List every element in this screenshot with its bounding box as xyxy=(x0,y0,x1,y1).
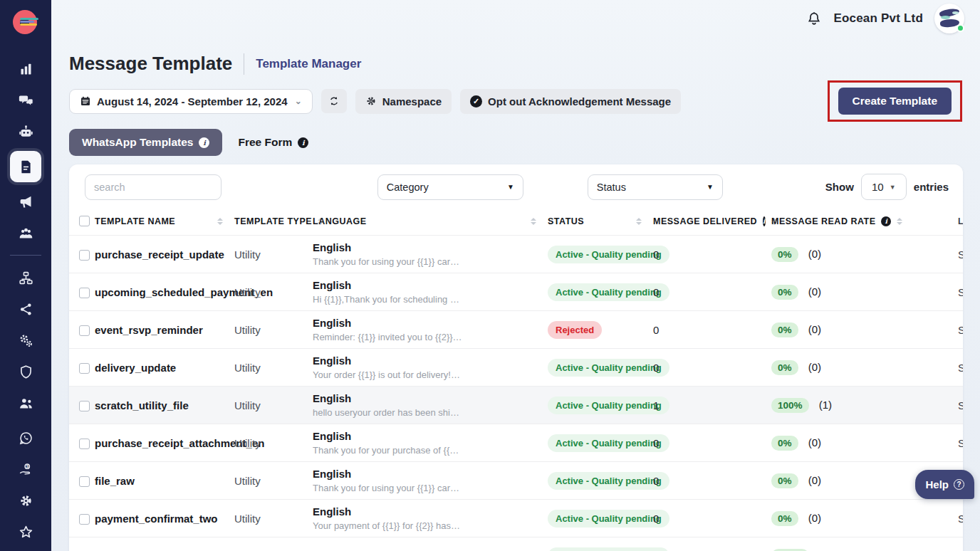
language-name: English xyxy=(313,354,548,368)
table-row[interactable]: purchase_receipt_update Utility English … xyxy=(69,236,963,273)
category-dropdown[interactable]: Category ▼ xyxy=(377,174,523,200)
date-range-picker[interactable]: August 14, 2024 - September 12, 2024 ⌄ xyxy=(69,89,313,114)
page-size-select[interactable]: 10 ▼ xyxy=(861,174,907,200)
namespace-label: Namespace xyxy=(382,95,442,107)
header-template-name[interactable]: TEMPLATE NAME xyxy=(95,209,234,236)
table-row[interactable]: scratch_utility_file Utility English hel… xyxy=(69,387,963,424)
header-message-delivered[interactable]: MESSAGE DELIVERED i xyxy=(653,209,771,236)
title-divider xyxy=(244,53,244,75)
templates-card: Category ▼ Status ▼ Show 10 ▼ entries xyxy=(69,164,963,551)
row-checkbox[interactable] xyxy=(79,514,90,525)
settings-icon[interactable] xyxy=(10,488,41,513)
info-icon[interactable]: i xyxy=(298,137,308,148)
help-button[interactable]: Help ? xyxy=(915,470,974,499)
table-row[interactable]: file_raw Utility English Thank you for u… xyxy=(69,462,963,500)
status-dropdown[interactable]: Status ▼ xyxy=(588,174,723,200)
create-template-button[interactable]: Create Template xyxy=(838,88,952,115)
template-snippet: Your payment of {{1}} for {{2}} has… xyxy=(313,520,533,532)
header-template-type[interactable]: TEMPLATE TYPE xyxy=(234,209,313,236)
header-status[interactable]: STATUS xyxy=(548,209,653,236)
read-rate-cell: 100% (1) xyxy=(771,387,958,424)
table-row[interactable]: purchase_receipt_attachment_en Utility E… xyxy=(69,424,963,462)
row-checkbox[interactable] xyxy=(79,363,90,374)
delivered-cell: 0 xyxy=(653,500,771,537)
refresh-button[interactable] xyxy=(321,89,347,113)
select-all-checkbox[interactable] xyxy=(79,216,90,226)
table-row[interactable]: event_rsvp_reminder Utility English Remi… xyxy=(69,311,963,349)
row-checkbox[interactable] xyxy=(79,476,90,487)
table-row[interactable]: payment_confirmat_two Utility English Yo… xyxy=(69,500,963,537)
namespace-button[interactable]: Namespace xyxy=(355,89,452,114)
row-checkbox[interactable] xyxy=(79,288,90,298)
breadcrumb-template-manager[interactable]: Template Manager xyxy=(256,57,361,71)
delivered-cell: 2 xyxy=(653,537,771,551)
clipped-cell: S xyxy=(958,311,963,349)
star-icon[interactable] xyxy=(10,520,41,544)
read-rate-badge: 0% xyxy=(771,360,798,375)
read-rate-badge: 0% xyxy=(771,285,798,300)
payout-icon[interactable]: $ xyxy=(10,457,41,481)
template-type-cell: Utility xyxy=(234,236,313,273)
read-rate-badge: 0% xyxy=(771,511,798,526)
read-count: (0) xyxy=(808,248,821,260)
template-name-cell: scratch_utility_file xyxy=(95,387,234,424)
chat-icon[interactable] xyxy=(10,88,41,112)
gear-icon xyxy=(365,95,377,107)
row-checkbox[interactable] xyxy=(79,401,90,411)
language-cell: English Hi {{1}},Thank you for schedulin… xyxy=(313,273,548,311)
sort-arrows-icon xyxy=(531,218,536,225)
tab-free-form[interactable]: Free Form i xyxy=(238,129,308,156)
info-icon[interactable]: i xyxy=(199,137,209,148)
megaphone-icon[interactable] xyxy=(10,189,41,214)
language-cell: English Thank you for using your {{1}} c… xyxy=(313,236,548,273)
header-message-read-rate[interactable]: MESSAGE READ RATE i xyxy=(771,209,958,236)
bot-icon[interactable] xyxy=(10,120,41,144)
team-icon[interactable] xyxy=(10,221,41,245)
tab-whatsapp-templates[interactable]: WhatsApp Templates i xyxy=(69,129,222,156)
sidebar-bottom-nav: $ xyxy=(0,426,51,544)
status-cell: Active - Quality pending xyxy=(548,537,653,551)
customers-icon[interactable] xyxy=(10,391,41,415)
status-badge: Active - Quality pending xyxy=(548,246,669,263)
header-clipped-column[interactable]: L xyxy=(958,209,963,236)
calendar-icon xyxy=(80,95,91,107)
gears-icon[interactable] xyxy=(10,328,41,352)
template-type-cell: Utility xyxy=(234,311,313,349)
select-all-cell xyxy=(69,209,95,236)
template-type-cell: Utility xyxy=(234,462,313,500)
language-cell: English Your payment of {{1}} for {{2}} … xyxy=(313,500,548,537)
search-input[interactable] xyxy=(85,174,221,200)
row-checkbox[interactable] xyxy=(79,439,90,449)
topbar: Eocean Pvt Ltd xyxy=(51,0,980,37)
status-badge: Active - Quality pending xyxy=(548,547,669,551)
sitemap-icon[interactable] xyxy=(10,266,41,290)
whatsapp-templates-tab-label: WhatsApp Templates xyxy=(82,136,193,149)
info-icon[interactable]: i xyxy=(763,216,766,226)
template-type-cell: Utility xyxy=(234,424,313,462)
table-row[interactable]: delivery_update Utility English Your ord… xyxy=(69,349,963,387)
document-icon[interactable] xyxy=(10,151,41,182)
row-checkbox[interactable] xyxy=(79,325,90,336)
app-window: $ Eocean Pvt Ltd Message Template T xyxy=(0,0,980,551)
read-rate-cell: 0% (0) xyxy=(771,236,958,273)
delivered-cell: 0 xyxy=(653,236,771,273)
account-avatar[interactable] xyxy=(934,4,964,33)
bar-chart-icon[interactable] xyxy=(10,57,41,81)
table-row[interactable]: scratch_utility_two Utility English Acti… xyxy=(69,537,963,551)
row-checkbox[interactable] xyxy=(79,250,90,261)
info-icon[interactable]: i xyxy=(881,216,891,226)
sort-arrows-icon xyxy=(897,218,902,225)
share-icon[interactable] xyxy=(10,297,41,321)
sort-arrows-icon xyxy=(217,218,223,225)
table-row[interactable]: upcoming_scheduled_payment_en Utility En… xyxy=(69,273,963,311)
notifications-bell-icon[interactable] xyxy=(806,11,822,26)
read-rate-cell: 0% (0) xyxy=(771,311,958,349)
status-cell: Active - Quality pending xyxy=(548,462,653,500)
header-language[interactable]: LANGUAGE xyxy=(313,209,548,236)
whatsapp-icon[interactable] xyxy=(10,426,41,450)
opt-out-acknowledgement-button[interactable]: ✓ Opt out Acknowledgement Message xyxy=(460,89,681,114)
shield-icon[interactable] xyxy=(10,360,41,384)
header-label: MESSAGE DELIVERED xyxy=(653,216,757,226)
clipped-cell: S xyxy=(958,500,963,537)
template-snippet: hello useryour order has been shi… xyxy=(313,406,533,419)
